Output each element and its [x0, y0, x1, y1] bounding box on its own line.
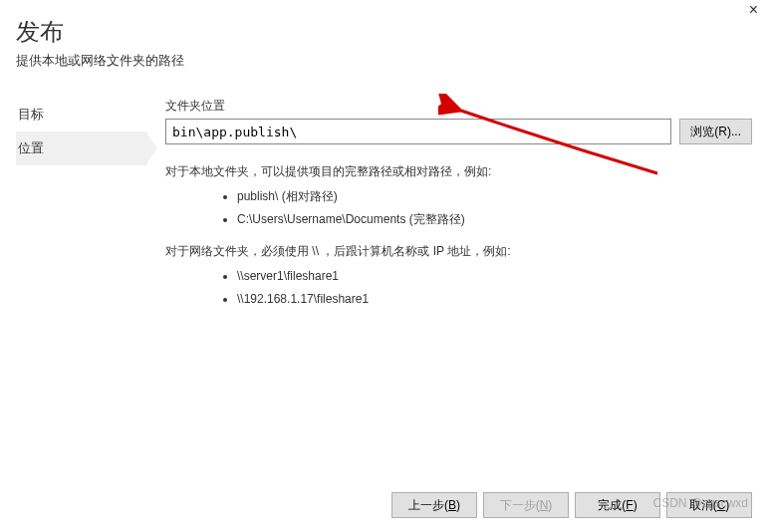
- folder-input[interactable]: [165, 119, 671, 144]
- page-subtitle: 提供本地或网络文件夹的路径: [16, 52, 752, 70]
- header: 发布 提供本地或网络文件夹的路径: [0, 0, 768, 80]
- sidebar-item-location[interactable]: 位置: [16, 132, 147, 165]
- help-text: 对于本地文件夹，可以提供项目的完整路径或相对路径，例如: publish\ (相…: [165, 160, 752, 311]
- browse-button-label: 浏览(R)...: [690, 125, 741, 138]
- footer-buttons: 上一步(B) 下一步(N) 完成(F) 取消(C): [391, 492, 752, 518]
- help-network-intro: 对于网络文件夹，必须使用 \\ ，后跟计算机名称或 IP 地址，例如:: [165, 240, 752, 263]
- help-network-list: \\server1\fileshare1 \\192.168.1.17\file…: [165, 265, 752, 311]
- content-area: 目标 位置 文件夹位置 浏览(R)... 对于本地文件夹，可以提供项目的完整路径…: [0, 80, 768, 321]
- page-title: 发布: [16, 16, 752, 48]
- help-local-intro: 对于本地文件夹，可以提供项目的完整路径或相对路径，例如:: [165, 160, 752, 183]
- list-item: C:\Users\Username\Documents (完整路径): [237, 208, 752, 231]
- list-item: \\server1\fileshare1: [237, 265, 752, 288]
- list-item: \\192.168.1.17\fileshare1: [237, 288, 752, 311]
- finish-button[interactable]: 完成(F): [575, 492, 660, 518]
- folder-row: 浏览(R)...: [165, 119, 752, 144]
- main-panel: 文件夹位置 浏览(R)... 对于本地文件夹，可以提供项目的完整路径或相对路径，…: [147, 98, 752, 321]
- close-icon[interactable]: ×: [749, 2, 758, 18]
- prev-button[interactable]: 上一步(B): [391, 492, 477, 518]
- sidebar-item-target[interactable]: 目标: [16, 98, 147, 132]
- help-local-list: publish\ (相对路径) C:\Users\Username\Docume…: [165, 185, 752, 231]
- browse-button[interactable]: 浏览(R)...: [679, 119, 752, 144]
- folder-label: 文件夹位置: [165, 98, 752, 115]
- next-button: 下一步(N): [483, 492, 569, 518]
- sidebar: 目标 位置: [16, 98, 147, 321]
- list-item: publish\ (相对路径): [237, 185, 752, 208]
- cancel-button[interactable]: 取消(C): [666, 492, 752, 518]
